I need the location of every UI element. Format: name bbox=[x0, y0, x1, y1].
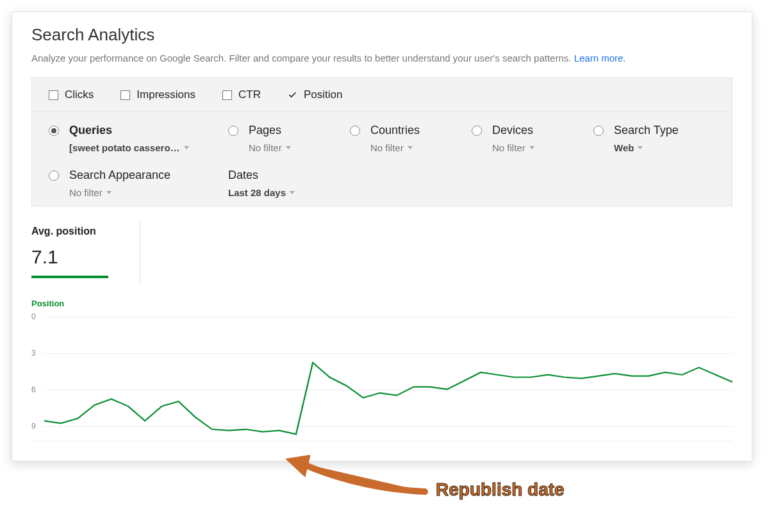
filter-queries[interactable]: Queries [sweet potato cassero… bbox=[49, 124, 228, 153]
checkbox-icon bbox=[49, 90, 58, 100]
filter-label: Search Type bbox=[614, 124, 679, 137]
line-series bbox=[44, 313, 732, 441]
filters-grid: Queries [sweet potato cassero… Pages No … bbox=[32, 112, 732, 206]
radio-icon bbox=[228, 126, 238, 136]
metric-impressions[interactable]: Impressions bbox=[120, 88, 195, 101]
filter-label: Countries bbox=[370, 124, 420, 137]
chevron-down-icon bbox=[529, 146, 534, 149]
search-analytics-panel: Search Analytics Analyze your performanc… bbox=[12, 12, 752, 461]
chevron-down-icon bbox=[184, 146, 189, 149]
filter-devices[interactable]: Devices No filter bbox=[472, 124, 593, 153]
filter-value-text: No filter bbox=[69, 187, 103, 198]
filter-label: Search Appearance bbox=[69, 169, 170, 182]
chevron-down-icon bbox=[286, 146, 291, 149]
chart-area: Position 0369 bbox=[31, 299, 732, 442]
metric-clicks[interactable]: Clicks bbox=[49, 88, 94, 101]
radio-icon bbox=[350, 126, 360, 136]
checkbox-icon bbox=[120, 90, 130, 100]
filter-value-text: No filter bbox=[370, 142, 404, 153]
filter-value-text: No filter bbox=[249, 142, 282, 153]
avg-position-label: Avg. position bbox=[31, 226, 140, 237]
filter-search-appearance[interactable]: Search Appearance No filter bbox=[49, 169, 228, 198]
filter-countries[interactable]: Countries No filter bbox=[350, 124, 472, 153]
y-tick-label: 0 bbox=[31, 312, 36, 321]
metric-ctr[interactable]: CTR bbox=[222, 88, 261, 101]
metric-label: Impressions bbox=[136, 88, 195, 101]
chart-title: Position bbox=[31, 299, 732, 308]
chevron-down-icon bbox=[408, 146, 413, 149]
metrics-row: Clicks Impressions CTR Position bbox=[32, 78, 732, 112]
avg-position-card: Avg. position 7.1 bbox=[31, 222, 140, 285]
metric-label: CTR bbox=[238, 88, 261, 101]
filter-label: Devices bbox=[492, 124, 533, 137]
radio-icon bbox=[49, 170, 59, 181]
controls-block: Clicks Impressions CTR Position bbox=[31, 78, 732, 206]
filter-value-dropdown[interactable]: No filter bbox=[69, 187, 228, 198]
filter-label: Pages bbox=[249, 124, 281, 137]
position-line-chart[interactable]: 0369 bbox=[31, 313, 732, 442]
avg-position-value: 7.1 bbox=[31, 246, 140, 268]
filter-value-dropdown[interactable]: Web bbox=[614, 142, 715, 153]
chevron-down-icon bbox=[290, 191, 295, 194]
radio-icon bbox=[49, 126, 59, 136]
filter-label: Queries bbox=[69, 124, 112, 137]
chevron-down-icon bbox=[638, 146, 643, 149]
filter-value-text: No filter bbox=[492, 142, 525, 153]
filter-value-dropdown[interactable]: No filter bbox=[370, 142, 472, 153]
radio-icon bbox=[472, 126, 482, 136]
chevron-down-icon bbox=[106, 191, 112, 194]
filter-value-text: Last 28 days bbox=[228, 187, 286, 198]
filter-label: Dates bbox=[228, 169, 258, 182]
filter-value-dropdown[interactable]: No filter bbox=[492, 142, 593, 153]
filter-search-type[interactable]: Search Type Web bbox=[593, 124, 715, 153]
metric-label: Position bbox=[304, 88, 342, 101]
y-tick-label: 6 bbox=[31, 385, 36, 394]
filter-value-text: Web bbox=[614, 142, 634, 153]
filter-value-dropdown[interactable]: No filter bbox=[249, 142, 350, 153]
radio-icon bbox=[593, 126, 604, 136]
y-tick-label: 3 bbox=[31, 349, 36, 358]
page-title: Search Analytics bbox=[31, 25, 732, 45]
metric-label: Clicks bbox=[65, 88, 94, 101]
annotation-text: Republish date bbox=[436, 479, 565, 500]
filter-dates[interactable]: Dates Last 28 days bbox=[228, 169, 350, 198]
metric-summary: Avg. position 7.1 bbox=[31, 222, 732, 285]
learn-more-link[interactable]: Learn more. bbox=[574, 53, 626, 63]
checkbox-icon bbox=[222, 90, 232, 100]
accent-bar bbox=[31, 276, 108, 278]
subtitle-text: Analyze your performance on Google Searc… bbox=[31, 53, 574, 63]
filter-value-dropdown[interactable]: [sweet potato cassero… bbox=[69, 142, 228, 153]
filter-value-text: [sweet potato cassero… bbox=[69, 142, 180, 153]
page-subtitle: Analyze your performance on Google Searc… bbox=[31, 51, 732, 65]
filter-pages[interactable]: Pages No filter bbox=[228, 124, 350, 153]
filter-value-dropdown[interactable]: Last 28 days bbox=[228, 187, 350, 198]
checkmark-icon bbox=[288, 90, 297, 100]
y-tick-label: 9 bbox=[31, 422, 36, 431]
metric-position[interactable]: Position bbox=[288, 88, 342, 101]
